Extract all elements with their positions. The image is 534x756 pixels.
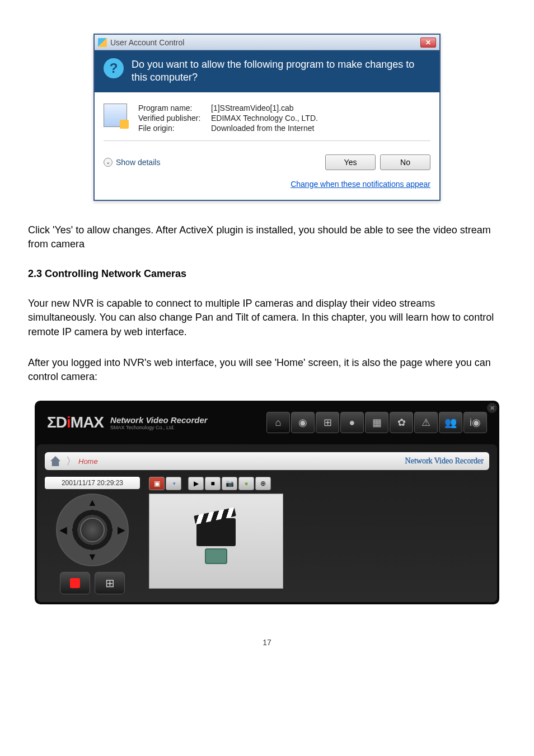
nvr-content: 2001/11/17 20:29:23 ▲ ▼ ◀ ▶ ⊞ (45, 477, 489, 594)
nav-record-button[interactable]: ● (340, 412, 364, 433)
video-panel: ▣ ▶ ■ 📷 ● ⊕ (149, 477, 489, 594)
program-name-value: [1]SStreamVideo[1].cab (211, 104, 318, 112)
ptz-bottom-controls: ⊞ (45, 572, 140, 594)
status-indicator[interactable]: ● (238, 477, 254, 490)
breadcrumb-separator: 〉 (66, 454, 76, 468)
change-notifications-link[interactable]: Change when these notifications appear (291, 180, 430, 189)
gear-icon: ✿ (397, 416, 406, 429)
nav-info-button[interactable]: i◉ (463, 412, 487, 433)
origin-label: File origin: (138, 124, 211, 133)
network-icon: ⊞ (324, 416, 332, 429)
alert-icon: ⚠ (421, 416, 430, 429)
nvr-slogan: Network Video Recorder (405, 457, 484, 466)
origin-value: Downloaded from the Internet (211, 124, 318, 133)
ptz-right-button[interactable]: ▶ (118, 524, 125, 536)
page-number: 17 (28, 638, 506, 647)
nav-settings-button[interactable]: ✿ (390, 412, 413, 433)
uac-footer: ⌄ Show details Yes No (95, 154, 439, 178)
nav-network-button[interactable]: ⊞ (316, 412, 339, 433)
show-details-toggle[interactable]: ⌄ Show details (104, 158, 321, 167)
logo-text: ΣDiMAX (47, 414, 104, 431)
play-button[interactable]: ▶ (188, 477, 204, 490)
logo-company: SMAX Techonology Co., Ltd. (110, 425, 208, 430)
program-name-label: Program name: (138, 104, 211, 112)
no-button[interactable]: No (380, 154, 430, 170)
nvr-nav: ⌂ ◉ ⊞ ● ▦ ✿ ⚠ 👥 i◉ (266, 412, 487, 433)
zoom-button[interactable]: ⊕ (255, 477, 271, 490)
nvr-main: 〉 Home Network Video Recorder 2001/11/17… (37, 444, 497, 602)
program-icon (104, 104, 127, 127)
section-heading: 2.3 Controlling Network Cameras (28, 268, 506, 280)
uac-dialog: User Account Control ✕ ? Do you want to … (93, 34, 441, 201)
nvr-close-button[interactable]: ✕ (487, 403, 497, 413)
logo-subtitle: Network Video Recorder (110, 415, 208, 425)
nvr-window: ✕ ΣDiMAX Network Video Recorder SMAX Tec… (35, 401, 499, 604)
shield-icon (98, 38, 107, 47)
ptz-wheel-bg: ▲ ▼ ◀ ▶ (56, 494, 129, 566)
record-button[interactable] (60, 572, 90, 594)
body-paragraph-2: Your new NVR is capable to connect to mu… (28, 297, 506, 339)
ptz-down-button[interactable]: ▼ (87, 551, 97, 563)
body-paragraph-3: After you logged into NVR's web interfac… (28, 356, 506, 384)
ptz-center-button[interactable] (80, 518, 105, 542)
record-icon: ● (349, 417, 355, 429)
breadcrumb-bar: 〉 Home Network Video Recorder (45, 452, 489, 470)
uac-title: User Account Control (110, 38, 420, 47)
uac-program-row: Program name: [1]SStreamVideo[1].cab Ver… (104, 104, 430, 133)
show-details-label: Show details (116, 158, 160, 167)
nav-disk-button[interactable]: ▦ (365, 412, 388, 433)
record-indicator-icon (70, 578, 80, 588)
clapper-icon (196, 518, 236, 546)
camera-icon: ◉ (298, 416, 307, 429)
chevron-down-icon: ⌄ (104, 158, 113, 167)
camera-dropdown[interactable] (166, 477, 181, 490)
breadcrumb-text[interactable]: Home (78, 457, 98, 466)
uac-link-row: Change when these notifications appear (95, 178, 439, 200)
uac-titlebar: User Account Control ✕ (95, 35, 439, 50)
home-icon: ⌂ (275, 417, 282, 429)
uac-divider (104, 140, 430, 141)
nvr-header: ΣDiMAX Network Video Recorder SMAX Techo… (37, 403, 497, 442)
uac-question: Do you want to allow the following progr… (132, 58, 430, 84)
publisher-value: EDIMAX Technology Co., LTD. (211, 114, 318, 123)
video-toolbar: ▣ ▶ ■ 📷 ● ⊕ (149, 477, 489, 490)
nav-users-button[interactable]: 👥 (439, 412, 462, 433)
disk-icon: ▦ (372, 416, 382, 429)
publisher-label: Verified publisher: (138, 114, 211, 123)
yes-button[interactable]: Yes (325, 154, 376, 170)
video-area[interactable] (149, 494, 283, 589)
stop-button[interactable]: ■ (205, 477, 221, 490)
timestamp: 2001/11/17 20:29:23 (45, 477, 140, 489)
body-paragraph-1: Click 'Yes' to allow changes. After Acti… (28, 223, 506, 251)
ptz-wheel: ▲ ▼ ◀ ▶ (56, 494, 129, 566)
nav-alert-button[interactable]: ⚠ (414, 412, 438, 433)
ptz-left-button[interactable]: ◀ (59, 524, 67, 536)
program-details: Program name: [1]SStreamVideo[1].cab Ver… (138, 104, 318, 133)
help-shield-icon: ? (104, 58, 124, 78)
users-icon: 👥 (444, 416, 457, 429)
info-icon: i◉ (470, 416, 481, 429)
no-video-icon (205, 548, 227, 564)
nvr-logo: ΣDiMAX Network Video Recorder SMAX Techo… (47, 414, 208, 431)
layout-grid-button[interactable]: ⊞ (95, 572, 125, 594)
ptz-panel: 2001/11/17 20:29:23 ▲ ▼ ◀ ▶ ⊞ (45, 477, 140, 594)
close-button[interactable]: ✕ (420, 37, 436, 48)
nav-camera-button[interactable]: ◉ (291, 412, 315, 433)
uac-body: Program name: [1]SStreamVideo[1].cab Ver… (95, 92, 439, 154)
breadcrumb-home-icon (50, 456, 60, 466)
uac-header: ? Do you want to allow the following pro… (95, 50, 439, 92)
ptz-up-button[interactable]: ▲ (87, 497, 97, 509)
snapshot-button[interactable]: 📷 (222, 477, 237, 490)
nav-home-button[interactable]: ⌂ (266, 412, 290, 433)
camera-select-button[interactable]: ▣ (149, 477, 165, 490)
